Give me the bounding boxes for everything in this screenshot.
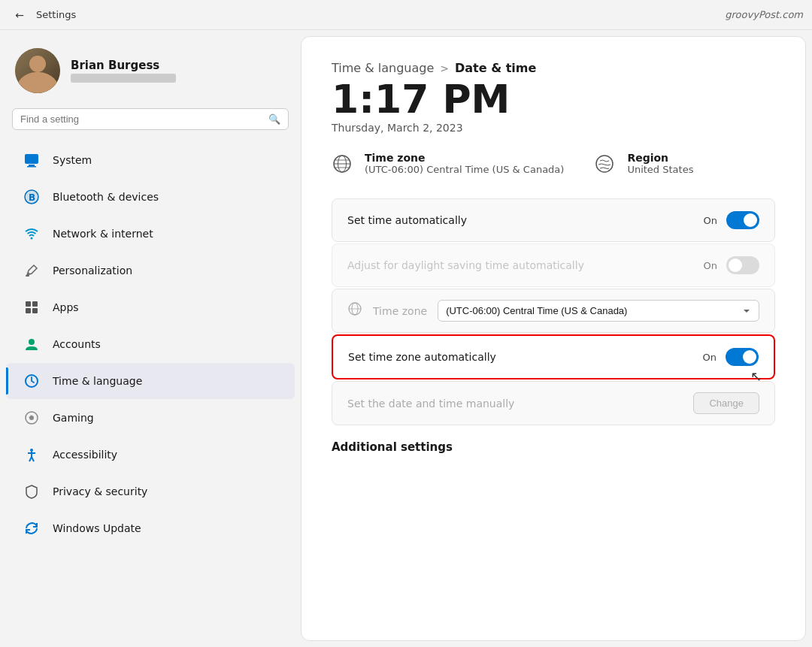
system-icon — [21, 150, 42, 171]
sidebar-item-label-apps: Apps — [53, 301, 79, 313]
sidebar: Brian Burgess 🔍 System — [0, 30, 301, 647]
time-icon — [21, 370, 42, 392]
user-profile: Brian Burgess — [0, 42, 301, 108]
timezone-region-row: Time zone (UTC-06:00) Central Time (US &… — [332, 152, 775, 177]
set-timezone-auto-status: On — [703, 352, 717, 363]
sidebar-item-accounts[interactable]: Accounts — [6, 326, 295, 362]
brand-label: groovyPost.com — [725, 9, 803, 20]
adjust-daylight-toggle[interactable] — [726, 256, 759, 274]
region-label: Region — [627, 152, 693, 164]
svg-rect-2 — [27, 166, 36, 168]
sidebar-item-label-privacy: Privacy & security — [53, 485, 147, 497]
search-box[interactable]: 🔍 — [12, 108, 289, 130]
svg-line-21 — [32, 457, 34, 461]
current-time-display: 1:17 PM — [332, 80, 775, 119]
gaming-icon: + — [21, 407, 42, 428]
breadcrumb-current: Date & time — [455, 61, 536, 75]
adjust-daylight-card: Adjust for daylight saving time automati… — [332, 243, 775, 287]
set-timezone-auto-toggle[interactable] — [726, 348, 759, 366]
user-info: Brian Burgess — [71, 59, 176, 83]
adjust-daylight-right: On — [704, 256, 759, 274]
timezone-label: Time zone — [365, 152, 564, 164]
current-date-display: Thursday, March 2, 2023 — [332, 122, 775, 134]
breadcrumb-separator: > — [440, 62, 449, 74]
timezone-select[interactable]: (UTC-06:00) Central Time (US & Canada) — [438, 300, 759, 322]
search-input[interactable] — [20, 113, 268, 125]
network-icon — [21, 223, 42, 244]
svg-rect-11 — [32, 308, 38, 313]
apps-icon — [21, 297, 42, 318]
set-time-auto-card: Set time automatically On — [332, 198, 775, 242]
set-time-auto-toggle[interactable] — [726, 211, 759, 229]
update-icon — [21, 518, 42, 539]
sidebar-item-personalization[interactable]: Personalization — [6, 252, 295, 289]
set-timezone-auto-label: Set time zone automatically — [348, 351, 496, 363]
timezone-value: (UTC-06:00) Central Time (US & Canada) — [365, 164, 564, 175]
sidebar-item-label-personalization: Personalization — [53, 265, 132, 277]
svg-rect-1 — [29, 165, 35, 166]
privacy-icon — [21, 481, 42, 502]
toggle-thumb-daylight — [729, 258, 742, 272]
accessibility-icon — [21, 444, 42, 465]
main-panel: Time & language > Date & time 1:17 PM Th… — [301, 36, 806, 641]
region-globe-icon — [594, 153, 618, 177]
breadcrumb-parent: Time & language — [332, 61, 434, 75]
manual-change-label: Set the date and time manually — [347, 398, 514, 410]
user-name: Brian Burgess — [71, 59, 176, 72]
sidebar-item-network[interactable]: Network & internet — [6, 216, 295, 252]
svg-text:+: + — [29, 413, 35, 422]
adjust-daylight-status: On — [704, 260, 717, 271]
titlebar: ← Settings groovyPost.com — [0, 0, 812, 30]
sidebar-item-time[interactable]: Time & language — [6, 363, 295, 399]
sidebar-item-label-update: Windows Update — [53, 522, 141, 534]
user-email — [71, 74, 176, 83]
search-icon: 🔍 — [268, 113, 280, 125]
region-info: Region United States — [594, 152, 693, 177]
sidebar-item-label-accounts: Accounts — [53, 338, 101, 350]
sidebar-item-apps[interactable]: Apps — [6, 289, 295, 325]
sidebar-item-update[interactable]: Windows Update — [6, 510, 295, 546]
svg-text:B: B — [29, 192, 35, 203]
region-value: United States — [627, 164, 693, 175]
sidebar-item-label-network: Network & internet — [53, 228, 153, 240]
svg-point-12 — [29, 339, 35, 345]
svg-rect-0 — [25, 154, 38, 164]
adjust-daylight-label: Adjust for daylight saving time automati… — [347, 259, 584, 271]
avatar — [15, 48, 60, 93]
svg-rect-9 — [32, 301, 38, 307]
back-button[interactable]: ← — [9, 5, 30, 26]
set-time-auto-status: On — [704, 215, 717, 226]
change-button[interactable]: Change — [693, 392, 759, 414]
sidebar-item-gaming[interactable]: + Gaming — [6, 400, 295, 436]
set-time-auto-right: On — [704, 211, 759, 229]
main-content: Brian Burgess 🔍 System — [0, 30, 812, 647]
set-timezone-auto-card: Set time zone automatically On ↖ — [332, 334, 775, 379]
sidebar-item-label-gaming: Gaming — [53, 412, 94, 424]
timezone-select-row: Time zone (UTC-06:00) Central Time (US &… — [332, 289, 775, 333]
sidebar-item-system[interactable]: System — [6, 142, 295, 178]
sidebar-item-privacy[interactable]: Privacy & security — [6, 473, 295, 509]
sidebar-item-label-time: Time & language — [53, 375, 142, 387]
toggle-thumb-timezone — [743, 350, 756, 364]
svg-rect-10 — [26, 308, 31, 313]
toggle-thumb — [744, 213, 757, 227]
svg-rect-7 — [26, 275, 29, 277]
timezone-row-label: Time zone — [373, 305, 427, 317]
sidebar-item-accessibility[interactable]: Accessibility — [6, 437, 295, 473]
settings-window: ← Settings groovyPost.com Brian Burgess … — [0, 0, 812, 647]
timezone-globe-icon — [332, 153, 356, 177]
additional-settings-header: Additional settings — [332, 440, 775, 454]
sidebar-item-label-accessibility: Accessibility — [53, 449, 117, 461]
set-timezone-auto-right: On — [703, 348, 759, 366]
manual-change-row: Set the date and time manually Change — [332, 381, 775, 425]
personalization-icon — [21, 260, 42, 281]
timezone-row-icon — [347, 301, 362, 320]
sidebar-item-label-system: System — [53, 154, 92, 166]
breadcrumb: Time & language > Date & time — [332, 61, 775, 75]
bluetooth-icon: B — [21, 186, 42, 207]
accounts-icon — [21, 334, 42, 355]
timezone-info: Time zone (UTC-06:00) Central Time (US &… — [332, 152, 564, 177]
svg-point-17 — [30, 449, 33, 452]
sidebar-item-label-bluetooth: Bluetooth & devices — [53, 191, 159, 203]
sidebar-item-bluetooth[interactable]: B Bluetooth & devices — [6, 179, 295, 215]
